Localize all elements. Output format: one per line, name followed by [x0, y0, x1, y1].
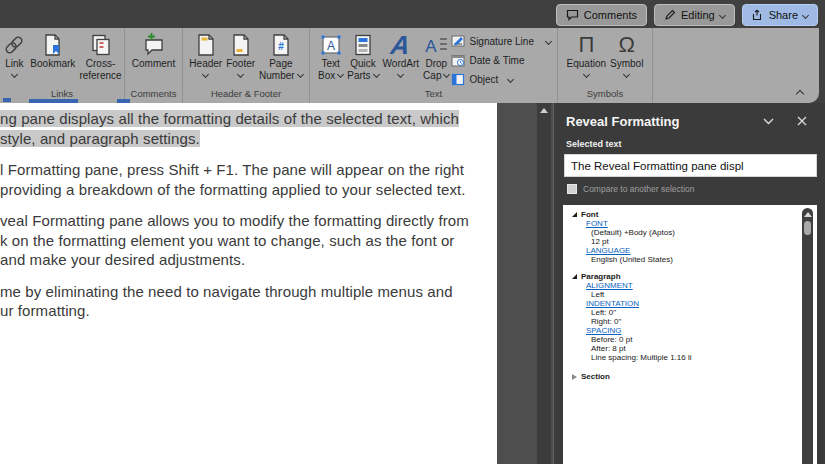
text-box-button[interactable]: A Text Box: [316, 31, 345, 83]
footer-button[interactable]: Footer: [224, 31, 257, 79]
pane-title: Reveal Formatting: [566, 114, 757, 129]
symbol-button[interactable]: Ω Symbol: [608, 31, 645, 79]
object-button[interactable]: Object: [451, 71, 551, 88]
selected-text-highlight: ng pane displays all the formatting deta…: [0, 110, 459, 147]
svg-text:A: A: [426, 37, 438, 56]
tree-link-alignment: ALIGNMENT: [586, 281, 817, 290]
svg-text:#: #: [278, 41, 284, 52]
header-button[interactable]: Header: [187, 31, 224, 79]
chevron-down-icon: [397, 70, 404, 77]
tree-value: Left: [591, 290, 817, 299]
drop-cap-button-label2: Cap: [423, 70, 441, 81]
document-paragraph[interactable]: me by eliminating the need to navigate t…: [0, 282, 497, 321]
bookmark-icon: [42, 33, 64, 57]
close-icon: [797, 116, 807, 126]
tree-value: 12 pt: [591, 237, 817, 246]
link-button-label: Link: [5, 58, 23, 70]
language-link[interactable]: LANGUAGE: [586, 246, 630, 255]
chevron-down-icon: [443, 71, 450, 78]
bookmark-button-label: Bookmark: [30, 58, 75, 70]
quick-parts-button-label: Quick: [350, 58, 376, 70]
tree-vertical-scrollbar[interactable]: [802, 208, 813, 464]
compare-checkbox[interactable]: [567, 184, 577, 194]
document-paragraph[interactable]: ng pane displays all the formatting deta…: [0, 109, 497, 148]
share-button-label: Share: [769, 9, 798, 21]
editing-button-label: Editing: [681, 9, 715, 21]
chevron-down-icon: [719, 11, 726, 18]
scrollbar-thumb[interactable]: [804, 221, 811, 235]
tree-link-font: FONT: [586, 219, 817, 228]
indentation-link[interactable]: INDENTATION: [586, 299, 639, 308]
tree-value: After: 8 pt: [591, 344, 817, 353]
tree-section-section[interactable]: Section: [572, 372, 817, 381]
compare-selection-row: Compare to another selection: [567, 184, 813, 194]
tree-value: English (United States): [591, 255, 817, 264]
date-time-button[interactable]: Date & Time: [451, 52, 551, 69]
wordart-button[interactable]: A WordArt: [381, 31, 422, 79]
link-button[interactable]: Link: [0, 31, 28, 79]
symbol-icon: Ω: [619, 33, 635, 57]
clipped-content-fragment: [3, 98, 11, 102]
cross-reference-button-label2: reference: [79, 70, 121, 82]
tree-link-language: LANGUAGE: [586, 246, 817, 255]
chevron-down-icon: [545, 38, 552, 45]
page-number-button-label: Page: [269, 58, 292, 70]
app-background-strip: [497, 103, 553, 464]
pane-header: Reveal Formatting: [566, 113, 813, 129]
document-paragraph[interactable]: l Formatting pane, press Shift + F1. The…: [0, 160, 497, 199]
alignment-link[interactable]: ALIGNMENT: [586, 281, 633, 290]
share-icon: [752, 9, 764, 21]
chevron-down-icon: [237, 70, 244, 77]
document-paragraph[interactable]: veal Formatting pane allows you to modif…: [0, 211, 497, 270]
bookmark-button[interactable]: Bookmark: [28, 31, 77, 71]
header-icon: [196, 33, 216, 57]
font-link[interactable]: FONT: [586, 219, 608, 228]
tree-value: (Default) +Body (Aptos): [591, 228, 817, 237]
cross-reference-button[interactable]: Cross- reference: [77, 31, 123, 83]
formatting-tree: Font FONT (Default) +Body (Aptos) 12 pt …: [563, 205, 817, 464]
header-button-label: Header: [189, 58, 222, 70]
spacing-link[interactable]: SPACING: [586, 326, 621, 335]
text-box-icon: A: [319, 33, 343, 57]
editing-button[interactable]: Editing: [654, 4, 735, 26]
tree-link-indentation: INDENTATION: [586, 299, 817, 308]
page-number-icon: #: [271, 33, 291, 57]
signature-line-button[interactable]: Signature Line: [451, 33, 551, 50]
drop-cap-button[interactable]: A Drop Cap: [421, 31, 451, 83]
group-label-symbols: Symbols: [558, 88, 652, 103]
scroll-up-arrow-icon[interactable]: [540, 108, 548, 113]
chevron-down-icon: [623, 70, 630, 77]
chevron-down-icon: [373, 71, 380, 78]
collapse-ribbon-button[interactable]: [797, 91, 805, 97]
expanded-triangle-icon: [572, 212, 577, 217]
pane-close-button[interactable]: [791, 113, 813, 129]
scroll-up-arrow-icon[interactable]: [804, 212, 812, 217]
word-window: Comments Editing Share Link: [0, 0, 825, 464]
page-number-button-label2: Number: [259, 70, 295, 81]
reveal-formatting-pane: Reveal Formatting Selected text Compare …: [553, 103, 825, 464]
object-button-label: Object: [469, 74, 498, 85]
comment-button[interactable]: Comment: [130, 31, 177, 71]
expanded-triangle-icon: [572, 274, 577, 279]
equation-icon: Π: [578, 33, 594, 57]
tree-section-font[interactable]: Font: [572, 210, 817, 219]
tree-section-paragraph[interactable]: Paragraph: [572, 272, 817, 281]
chevron-down-icon: [507, 76, 514, 83]
tree-value: Before: 0 pt: [591, 335, 817, 344]
pencil-icon: [664, 9, 676, 21]
chevron-down-icon: [763, 118, 774, 125]
share-button[interactable]: Share: [742, 4, 818, 26]
text-box-button-label: Text: [321, 58, 339, 70]
document-canvas[interactable]: ng pane displays all the formatting deta…: [0, 103, 497, 464]
drop-cap-button-label: Drop: [425, 58, 447, 70]
quick-parts-button-label2: Parts: [347, 70, 370, 81]
pane-options-button[interactable]: [757, 113, 779, 129]
selected-text-input[interactable]: [564, 154, 817, 177]
equation-button[interactable]: Π Equation: [565, 31, 608, 79]
object-icon: [451, 73, 465, 86]
comments-button[interactable]: Comments: [556, 4, 647, 26]
date-time-icon: [451, 54, 465, 67]
document-vertical-scrollbar[interactable]: [537, 103, 551, 464]
quick-parts-button[interactable]: Quick Parts: [345, 31, 380, 83]
page-number-button[interactable]: # Page Number: [257, 31, 305, 83]
